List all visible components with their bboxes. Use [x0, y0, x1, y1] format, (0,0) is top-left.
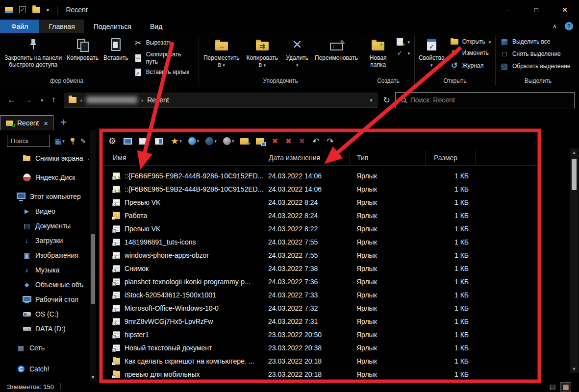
tab-close-icon[interactable]: × [44, 119, 48, 127]
maximize-button[interactable]: □ [522, 0, 551, 20]
window-view-1-button[interactable] [124, 138, 133, 145]
tab-view[interactable]: Вид [141, 20, 172, 33]
sidebar-scrollbar[interactable]: ▼ [90, 130, 96, 381]
sidebar-item[interactable]: Изображения [0, 248, 89, 263]
new-folder-tab-button[interactable] [240, 138, 250, 145]
properties-button[interactable]: Свойства [416, 35, 447, 70]
undo-close-button[interactable] [312, 136, 320, 147]
address-bar[interactable]: › › Recent ▾ [64, 93, 378, 108]
breadcrumb-current[interactable]: Recent [147, 96, 169, 104]
scrollbar-track[interactable] [570, 156, 579, 365]
minimize-button[interactable]: ─ [494, 0, 522, 20]
sidebar-item[interactable]: Видео [0, 204, 89, 219]
file-row[interactable]: 9mrZ8vWCGj7Hx5-LpvRzFw 24.03.2022 7:31 Я… [103, 315, 538, 328]
file-row[interactable]: Превью VK 24.03.2022 8:24 Ярлык 1 КБ [103, 196, 538, 209]
up-icon[interactable]: ↑ [51, 95, 56, 105]
tab-share[interactable]: Поделиться [84, 20, 141, 33]
file-row[interactable]: Снимок 24.03.2022 7:38 Ярлык 1 КБ [103, 262, 538, 275]
view-grid-button[interactable]: ▦ ▾ [55, 137, 65, 146]
open-button[interactable]: Открыть [447, 37, 494, 46]
delete-button[interactable]: Удалить [282, 35, 312, 70]
sidebar-item[interactable]: Снимки экрана ∧ [0, 151, 89, 166]
new-tab-button[interactable]: + [60, 117, 67, 128]
invert-selection-button[interactable]: Обратить выделение [497, 61, 574, 72]
paste-shortcut-button[interactable]: Вставить ярлык [131, 68, 192, 77]
file-row[interactable]: 1481996891_tuts-icons 24.03.2022 7:55 Яр… [103, 235, 538, 248]
pin-to-quick-access-button[interactable]: Закрепить на панели быстрого доступа [2, 35, 64, 70]
back-icon[interactable]: ← [7, 95, 16, 105]
select-none-button[interactable]: Снять выделение [497, 49, 564, 59]
sidebar-item[interactable]: Catch! [0, 362, 89, 376]
tab-file[interactable]: Файл [0, 20, 39, 33]
history-dropdown-icon[interactable]: ▾ [41, 98, 43, 103]
close-tab-button[interactable] [272, 137, 279, 146]
forward-icon[interactable]: → [24, 95, 32, 105]
sidebar-scrollbar-thumb[interactable] [91, 234, 95, 304]
copy-path-button[interactable]: Скопировать путь [131, 50, 197, 66]
file-row[interactable]: превью для мобильных 23.03.2022 20:18 Яр… [103, 368, 538, 381]
folder-window-button[interactable] [256, 138, 265, 145]
window-view-3-button[interactable] [155, 138, 164, 145]
search-input[interactable]: Поиск: Recent [395, 92, 575, 108]
new-folder-button[interactable]: Новая папка [364, 35, 392, 70]
sidebar-item[interactable]: OS (C:) [0, 307, 89, 321]
sidebar-search-input[interactable]: Поиск [7, 135, 50, 147]
file-row[interactable]: Как сделать скриншот на компьютере. ... … [103, 354, 538, 368]
scroll-down-icon[interactable]: ▼ [572, 365, 577, 373]
help-icon[interactable]: ? [565, 22, 573, 30]
sidebar-item[interactable]: Музыка [0, 263, 89, 277]
copy-to-button[interactable]: Копировать в [242, 35, 282, 70]
edit-button[interactable]: Изменить [447, 48, 492, 58]
file-row[interactable]: planshet-texnologii-ikonki-programmy-p..… [103, 275, 538, 288]
quick-access-dropdown-icon[interactable]: ▾ [47, 7, 49, 13]
collapse-ribbon-icon[interactable]: ∧ [552, 23, 557, 30]
copy-button[interactable]: Копировать [64, 35, 101, 62]
close-tabs-button[interactable] [285, 137, 293, 146]
column-header-size[interactable]: Размер [426, 150, 476, 165]
breadcrumb-redacted-segment[interactable] [86, 97, 137, 103]
column-header-date[interactable]: Дата изменения [265, 150, 350, 165]
view-details-button[interactable]: ▤ [547, 382, 558, 392]
scroll-up-icon[interactable]: ▲ [572, 148, 577, 156]
file-row[interactable]: Превью VK 24.03.2022 8:22 Ярлык 1 КБ [103, 222, 538, 235]
tab-home[interactable]: Главная [39, 20, 84, 33]
close-button[interactable]: × [551, 0, 579, 20]
scrollbar-thumb[interactable] [572, 159, 577, 190]
favorites-button[interactable]: ▾ [171, 136, 182, 147]
address-dropdown-icon[interactable]: ▾ [370, 98, 373, 103]
collapse-chevron-icon[interactable]: ∧ [87, 155, 89, 162]
scroll-down-icon[interactable]: ▼ [90, 375, 96, 380]
settings-button[interactable] [108, 136, 117, 147]
new-folder-quick-icon[interactable] [32, 7, 40, 13]
properties-quick-icon[interactable]: ✓ [19, 6, 26, 13]
sidebar-item[interactable]: Этот компьютер [0, 189, 89, 204]
rename-button[interactable]: Переименовать [312, 35, 360, 62]
folder-tab-recent[interactable]: Recent × [0, 115, 53, 130]
pen-button[interactable]: ✎ [80, 137, 86, 145]
list-scrollbar[interactable]: ▲ ▼ [570, 148, 579, 373]
sidebar-item[interactable]: Сеть [0, 341, 89, 355]
select-all-button[interactable]: Выделить все [497, 36, 554, 47]
file-row[interactable]: ::{F6B6E965-E9B2-444B-9286-10C9152ED... … [103, 169, 538, 182]
sidebar-item[interactable]: Загрузки [0, 233, 89, 248]
cut-button[interactable]: Вырезать [131, 37, 175, 49]
history-button[interactable]: Журнал [447, 60, 487, 71]
redo-close-button[interactable] [327, 136, 334, 147]
new-item-button[interactable] [392, 37, 413, 47]
window-view-2-button[interactable] [139, 138, 149, 145]
sidebar-item[interactable]: Яндекс.Диск [0, 170, 89, 185]
file-row[interactable]: ::{F6B6E965-E9B2-444B-9286-10C9152ED... … [103, 182, 538, 196]
file-row[interactable]: hipster1 23.03.2022 20:50 Ярлык 1 КБ [103, 328, 538, 341]
sphere-gray-button[interactable]: ▾ [223, 137, 234, 145]
easy-access-button[interactable] [392, 48, 413, 58]
file-row[interactable]: Microsoft-Office-Windows-10-0 24.03.2022… [103, 301, 538, 315]
sidebar-item[interactable]: DATA (D:) [0, 321, 89, 336]
paste-button[interactable]: Вставить [101, 35, 131, 62]
close-disabled-button[interactable] [299, 137, 306, 146]
file-row[interactable]: iStock-520543612-1500x1001 24.03.2022 7:… [103, 288, 538, 301]
column-header-type[interactable]: Тип [350, 150, 426, 165]
view-thumbnails-button[interactable]: ▦ [560, 382, 571, 392]
column-header-name[interactable]: Имя [103, 150, 265, 165]
move-to-button[interactable]: Переместить в [201, 35, 242, 70]
file-row[interactable]: windows-phone-apps-obzor 24.03.2022 7:55… [103, 248, 538, 262]
